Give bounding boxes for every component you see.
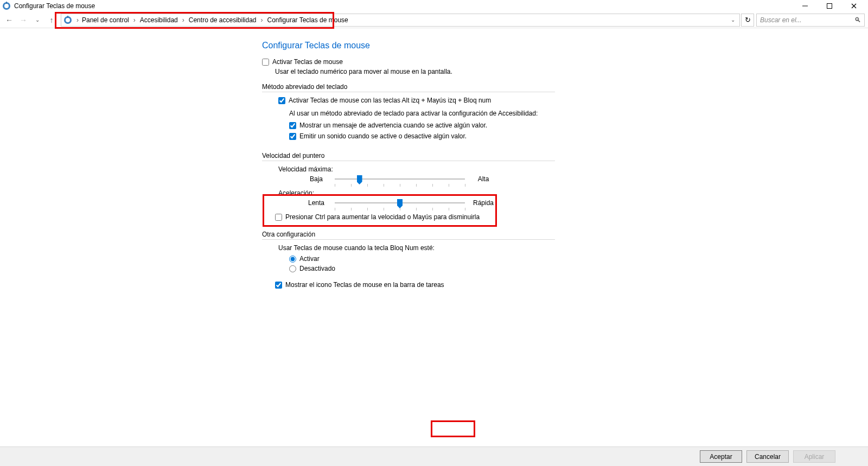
search-placeholder: Buscar en el... <box>760 16 802 24</box>
breadcrumb: Panel de control › Accesibilidad › Centr… <box>80 15 350 25</box>
activate-description: Usar el teclado numérico para mover al m… <box>275 68 555 75</box>
breadcrumb-item[interactable]: Panel de control <box>80 15 131 25</box>
search-icon: 🔍︎ <box>854 16 861 24</box>
play-sound-row: Emitir un sonido cuando se active o desa… <box>289 132 555 140</box>
max-speed-block: Velocidad máxima: Baja Alta <box>278 165 555 183</box>
play-sound-label[interactable]: Emitir un sonido cuando se active o desa… <box>299 132 467 140</box>
other-section: Otra configuración Usar Teclas de mouse … <box>262 231 555 289</box>
max-speed-label: Velocidad máxima: <box>278 165 555 173</box>
breadcrumb-item[interactable]: Accesibilidad <box>138 15 180 25</box>
chevron-right-icon: › <box>75 16 80 24</box>
numlock-off-row: Desactivado <box>289 265 555 272</box>
minimize-button[interactable] <box>793 0 817 12</box>
section-title-speed: Velocidad del puntero <box>262 152 555 161</box>
ctrl-shift-row: Presionar Ctrl para aumentar la velocida… <box>275 213 555 221</box>
show-tray-row: Mostrar el icono Teclas de mouse en la b… <box>275 281 555 289</box>
address-dropdown[interactable]: ⌄ <box>729 17 737 23</box>
navbar: ← → ⌄ ↑ › Panel de control › Accesibilid… <box>0 12 868 28</box>
numlock-on-radio[interactable] <box>289 256 296 263</box>
chevron-right-icon: › <box>260 16 264 24</box>
show-tray-checkbox[interactable] <box>275 282 282 289</box>
shortcut-subheading: Al usar un método abreviado de teclado p… <box>289 110 555 117</box>
enable-shortcut-label[interactable]: Activar Teclas de mouse con las teclas A… <box>289 97 491 104</box>
activate-mousekeys-label[interactable]: Activar Teclas de mouse <box>272 58 343 66</box>
window-title: Configurar Teclas de mouse <box>14 2 793 10</box>
svg-rect-2 <box>6 2 7 4</box>
section-title-other: Otra configuración <box>262 231 555 240</box>
chevron-right-icon: › <box>181 16 186 24</box>
footer: Aceptar Cancelar Aplicar <box>0 446 868 466</box>
show-warning-label[interactable]: Mostrar un mensaje de advertencia cuando… <box>299 122 487 129</box>
page-title: Configurar Teclas de mouse <box>262 41 555 50</box>
numlock-on-row: Activar <box>289 255 555 263</box>
titlebar: Configurar Teclas de mouse <box>0 0 868 12</box>
max-speed-low-label: Baja <box>305 175 327 183</box>
show-tray-label[interactable]: Mostrar el icono Teclas de mouse en la b… <box>285 281 444 289</box>
cancel-button[interactable]: Cancelar <box>746 450 789 463</box>
numlock-off-label[interactable]: Desactivado <box>299 265 335 272</box>
ok-button[interactable]: Aceptar <box>700 450 742 463</box>
enable-shortcut-row: Activar Teclas de mouse con las teclas A… <box>278 97 555 104</box>
acceleration-block: Aceleración: Lenta Rápida <box>278 189 555 207</box>
breadcrumb-item[interactable]: Configurar Teclas de mouse <box>265 15 350 25</box>
address-bar[interactable]: › Panel de control › Accesibilidad › Cen… <box>61 14 740 27</box>
show-warning-row: Mostrar un mensaje de advertencia cuando… <box>289 122 555 129</box>
svg-rect-9 <box>67 16 68 18</box>
apply-button[interactable]: Aplicar <box>793 450 835 463</box>
activate-mousekeys-checkbox[interactable] <box>262 59 269 66</box>
section-title-shortcut: Método abreviado del teclado <box>262 83 555 92</box>
acceleration-slider[interactable] <box>335 202 465 203</box>
up-button[interactable]: ↑ <box>46 14 58 26</box>
max-speed-slider[interactable] <box>335 178 465 180</box>
speed-section: Velocidad del puntero Velocidad máxima: … <box>262 152 555 221</box>
shortcut-section: Método abreviado del teclado Activar Tec… <box>262 83 555 140</box>
numlock-on-label[interactable]: Activar <box>299 255 320 263</box>
numlock-off-radio[interactable] <box>289 265 296 272</box>
close-button[interactable] <box>841 0 866 12</box>
maximize-button[interactable] <box>817 0 841 12</box>
show-warning-checkbox[interactable] <box>289 122 296 129</box>
control-panel-icon <box>2 2 11 10</box>
svg-point-1 <box>4 4 9 8</box>
svg-rect-4 <box>827 4 832 9</box>
acceleration-low-label: Lenta <box>305 199 327 207</box>
forward-button[interactable]: → <box>17 14 29 26</box>
enable-shortcut-checkbox[interactable] <box>278 97 285 104</box>
svg-point-8 <box>66 18 70 22</box>
breadcrumb-item[interactable]: Centro de accesibilidad <box>187 15 259 25</box>
acceleration-label: Aceleración: <box>278 189 555 197</box>
numlock-label: Usar Teclas de mouse cuando la tecla Blo… <box>278 244 555 252</box>
back-button[interactable]: ← <box>3 14 15 26</box>
search-input[interactable]: Buscar en el... 🔍︎ <box>756 14 865 27</box>
acceleration-high-label: Rápida <box>473 199 494 207</box>
window-controls <box>793 0 866 12</box>
ctrl-shift-label[interactable]: Presionar Ctrl para aumentar la velocida… <box>285 213 480 221</box>
control-panel-icon <box>63 16 72 24</box>
activate-mousekeys-row: Activar Teclas de mouse <box>262 58 555 66</box>
chevron-right-icon: › <box>132 16 137 24</box>
refresh-button[interactable]: ↻ <box>741 14 754 27</box>
play-sound-checkbox[interactable] <box>289 133 296 140</box>
nav-arrows: ← → ⌄ ↑ <box>3 14 58 26</box>
settings-pane: Configurar Teclas de mouse Activar Tecla… <box>262 30 555 289</box>
recent-dropdown[interactable]: ⌄ <box>31 14 43 26</box>
max-speed-high-label: Alta <box>473 175 494 183</box>
ctrl-shift-checkbox[interactable] <box>275 214 282 221</box>
content-area: Configurar Teclas de mouse Activar Tecla… <box>0 30 868 446</box>
